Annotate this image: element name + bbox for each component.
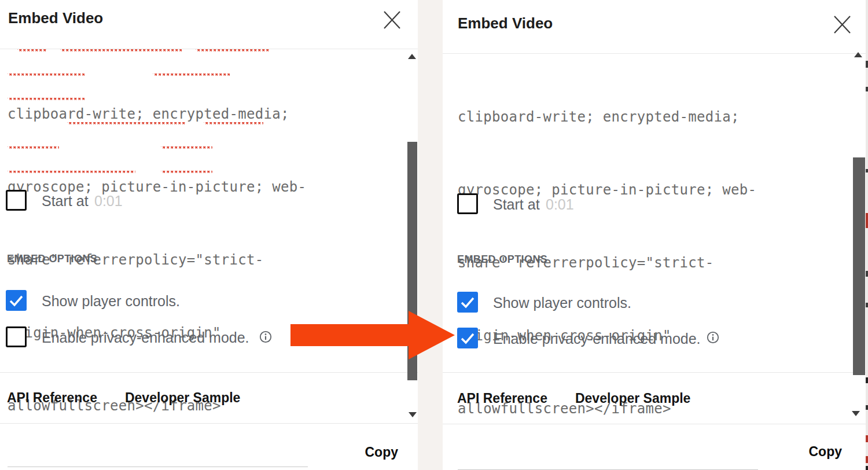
spellcheck-squiggle <box>8 74 84 76</box>
privacy-enhanced-label: Enable privacy-enhanced mode. <box>42 329 249 346</box>
embed-video-dialog-after: Embed Video clipboard-write; encrypted-m… <box>443 0 866 470</box>
start-at-label: Start at <box>493 196 540 213</box>
start-at-value[interactable]: 0:01 <box>546 196 574 213</box>
checkmark-icon <box>6 290 27 311</box>
privacy-enhanced-label: Enable privacy-enhanced mode. <box>493 331 701 347</box>
page-edge-artifact <box>866 0 868 470</box>
privacy-enhanced-checkbox[interactable] <box>457 328 478 348</box>
show-player-controls-label: Show player controls. <box>493 295 631 311</box>
checkmark-icon <box>457 292 478 313</box>
divider <box>443 424 866 424</box>
embed-options-header: EMBED OPTIONS <box>7 253 97 265</box>
developer-sample-link[interactable]: Developer Sample <box>125 390 240 406</box>
api-reference-link[interactable]: API Reference <box>457 391 547 406</box>
privacy-enhanced-checkbox[interactable] <box>6 326 27 347</box>
copy-button[interactable]: Copy <box>365 445 399 460</box>
scroll-up-arrow-icon[interactable] <box>408 54 416 59</box>
spellcheck-squiggle <box>196 49 270 52</box>
close-icon[interactable] <box>830 13 854 36</box>
checkmark-icon <box>457 328 478 348</box>
start-at-label: Start at <box>42 193 89 210</box>
info-icon[interactable] <box>259 330 273 344</box>
spellcheck-squiggle <box>8 98 84 101</box>
scroll-down-arrow-icon[interactable] <box>852 411 860 416</box>
start-at-value[interactable]: 0:01 <box>94 193 123 210</box>
info-icon[interactable] <box>706 331 720 344</box>
dialog-header: Embed Video <box>0 0 418 49</box>
divider <box>443 372 866 373</box>
code-line: clipboard-write; encrypted-media; <box>458 105 758 129</box>
spellcheck-squiggle <box>60 49 182 52</box>
developer-sample-link[interactable]: Developer Sample <box>575 391 690 406</box>
show-player-controls-checkbox[interactable] <box>457 292 478 313</box>
show-player-controls-label: Show player controls. <box>42 293 180 310</box>
scroll-up-arrow-icon[interactable] <box>854 52 862 57</box>
divider <box>0 372 418 373</box>
spellcheck-squiggle <box>153 74 230 76</box>
spellcheck-squiggle <box>161 171 212 174</box>
scrollbar-thumb[interactable] <box>407 142 417 380</box>
close-icon[interactable] <box>380 8 403 31</box>
dialog-title: Embed Video <box>458 14 553 32</box>
divider <box>0 423 418 424</box>
show-player-controls-checkbox[interactable] <box>6 290 27 311</box>
start-at-checkbox[interactable] <box>6 190 27 211</box>
scroll-down-arrow-icon[interactable] <box>409 412 417 417</box>
spellcheck-squiggle <box>8 146 59 149</box>
dialog-title: Embed Video <box>8 9 103 27</box>
spellcheck-squiggle <box>204 122 263 125</box>
spellcheck-squiggle <box>67 122 186 125</box>
copy-button[interactable]: Copy <box>809 444 843 460</box>
scrollbar-thumb[interactable] <box>853 157 865 375</box>
spellcheck-squiggle <box>17 49 47 52</box>
embed-options-header: EMBED OPTIONS <box>457 254 547 266</box>
dialog-header: Embed Video <box>443 0 866 54</box>
spellcheck-squiggle <box>8 171 135 174</box>
api-reference-link[interactable]: API Reference <box>7 390 97 406</box>
spellcheck-squiggle <box>161 146 212 149</box>
start-at-checkbox[interactable] <box>457 193 478 214</box>
embed-video-dialog-before: Embed Video clipboard-write; encrypted-m… <box>0 0 418 470</box>
